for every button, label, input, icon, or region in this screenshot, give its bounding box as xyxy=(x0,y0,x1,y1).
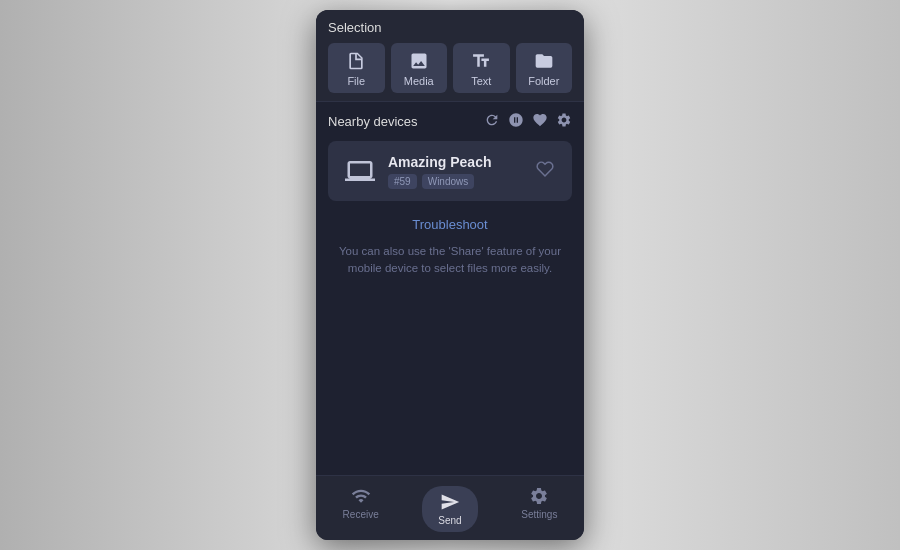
troubleshoot-section: Troubleshoot xyxy=(328,215,572,233)
send-button[interactable]: Send xyxy=(422,486,477,532)
share-hint: You can also use the 'Share' feature of … xyxy=(328,243,572,278)
nearby-icons xyxy=(484,112,572,131)
settings-label: Settings xyxy=(521,509,557,520)
file-label: File xyxy=(347,75,365,87)
scan-icon[interactable] xyxy=(508,112,524,131)
text-icon xyxy=(471,51,491,71)
selection-title: Selection xyxy=(328,20,572,35)
device-os-tag: Windows xyxy=(422,174,475,189)
device-id-tag: #59 xyxy=(388,174,417,189)
laptop-icon xyxy=(345,156,375,186)
selection-section: Selection File Media Text xyxy=(316,10,584,102)
file-icon xyxy=(346,51,366,71)
settings-nav-icon xyxy=(529,486,549,506)
nearby-section: Nearby devices xyxy=(316,102,584,475)
media-button[interactable]: Media xyxy=(391,43,448,93)
send-label: Send xyxy=(438,515,461,526)
refresh-icon[interactable] xyxy=(484,112,500,131)
phone-ui: Selection File Media Text xyxy=(316,10,584,540)
text-label: Text xyxy=(471,75,491,87)
favorites-icon[interactable] xyxy=(532,112,548,131)
receive-nav-item[interactable]: Receive xyxy=(316,484,405,534)
device-favorite-button[interactable] xyxy=(532,156,558,187)
device-tags: #59 Windows xyxy=(388,174,522,189)
receive-label: Receive xyxy=(343,509,379,520)
device-card[interactable]: Amazing Peach #59 Windows xyxy=(328,141,572,201)
device-name: Amazing Peach xyxy=(388,154,522,170)
troubleshoot-link[interactable]: Troubleshoot xyxy=(412,217,487,232)
nearby-header: Nearby devices xyxy=(328,112,572,131)
selection-buttons: File Media Text Folder xyxy=(328,43,572,93)
device-info: Amazing Peach #59 Windows xyxy=(388,154,522,189)
nearby-title: Nearby devices xyxy=(328,114,474,129)
file-button[interactable]: File xyxy=(328,43,385,93)
media-icon xyxy=(409,51,429,71)
text-button[interactable]: Text xyxy=(453,43,510,93)
send-icon xyxy=(440,492,460,512)
device-icon xyxy=(342,153,378,189)
media-label: Media xyxy=(404,75,434,87)
settings-nav-item[interactable]: Settings xyxy=(495,484,584,534)
folder-button[interactable]: Folder xyxy=(516,43,573,93)
folder-label: Folder xyxy=(528,75,559,87)
receive-icon xyxy=(351,486,371,506)
folder-icon xyxy=(534,51,554,71)
settings-icon[interactable] xyxy=(556,112,572,131)
send-nav-item[interactable]: Send xyxy=(405,484,494,534)
bottom-nav: Receive Send Settings xyxy=(316,475,584,540)
